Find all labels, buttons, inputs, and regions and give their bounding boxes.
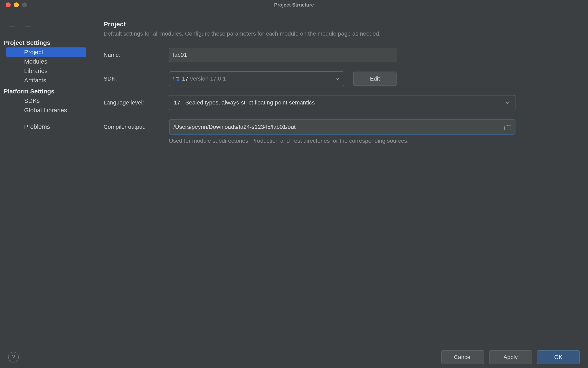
- sidebar-item-project[interactable]: Project: [6, 47, 86, 57]
- compiler-output-help: Used for module subdirectories, Producti…: [169, 138, 576, 144]
- cancel-button[interactable]: Cancel: [441, 350, 484, 364]
- page-title: Project: [104, 20, 576, 28]
- button-label: Cancel: [454, 354, 472, 360]
- sidebar-item-modules[interactable]: Modules: [0, 57, 89, 66]
- sdk-edit-button[interactable]: Edit: [353, 72, 397, 86]
- compiler-output-field[interactable]: [169, 119, 516, 135]
- sdk-select[interactable]: 17 version 17.0.1: [169, 71, 344, 86]
- compiler-output-label: Compiler output:: [104, 124, 169, 130]
- sidebar-item-label: Global Libraries: [24, 107, 67, 113]
- window-close-button[interactable]: [6, 2, 11, 7]
- help-icon: ?: [12, 353, 15, 361]
- button-label: Apply: [503, 354, 518, 360]
- sidebar-item-label: Libraries: [24, 67, 48, 74]
- sidebar-item-label: Problems: [24, 123, 50, 130]
- sidebar-item-global-libraries[interactable]: Global Libraries: [0, 105, 89, 115]
- window-zoom-button[interactable]: [22, 2, 27, 7]
- nav-back-icon[interactable]: ←: [8, 22, 16, 30]
- language-level-value: 17 - Sealed types, always-strict floatin…: [174, 99, 505, 106]
- name-label: Name:: [104, 52, 169, 58]
- sdk-label: SDK:: [104, 75, 169, 82]
- button-label: Edit: [370, 75, 380, 82]
- page-subtitle: Default settings for all modules. Config…: [104, 30, 576, 37]
- chevron-down-icon: [334, 76, 340, 82]
- sdk-name: 17: [182, 75, 188, 82]
- window-title: Project Structure: [274, 2, 314, 8]
- sidebar-item-problems[interactable]: Problems: [0, 122, 89, 131]
- sidebar-separator: [4, 119, 85, 119]
- browse-folder-icon[interactable]: [504, 124, 511, 130]
- apply-button[interactable]: Apply: [489, 350, 532, 364]
- sidebar: ← → Project Settings Project Modules Lib…: [0, 10, 91, 346]
- dialog-footer: ? Cancel Apply OK: [0, 346, 588, 368]
- sidebar-item-label: Modules: [24, 58, 47, 65]
- folder-icon: [173, 76, 179, 81]
- button-label: OK: [554, 354, 562, 360]
- name-input[interactable]: [169, 48, 397, 62]
- compiler-output-input[interactable]: [173, 124, 504, 130]
- sidebar-item-artifacts[interactable]: Artifacts: [0, 76, 89, 85]
- chevron-down-icon: [505, 100, 511, 105]
- language-level-select[interactable]: 17 - Sealed types, always-strict floatin…: [169, 95, 516, 110]
- help-button[interactable]: ?: [8, 352, 19, 362]
- sidebar-item-label: Artifacts: [24, 77, 46, 84]
- sidebar-item-label: Project: [24, 49, 43, 55]
- sidebar-section-project-settings: Project Settings: [0, 38, 89, 47]
- sidebar-item-sdks[interactable]: SDKs: [0, 96, 89, 105]
- window-minimize-button[interactable]: [14, 2, 19, 7]
- sdk-version: version 17.0.1: [190, 75, 226, 82]
- sidebar-item-label: SDKs: [24, 97, 40, 104]
- nav-forward-icon[interactable]: →: [24, 22, 32, 30]
- ok-button[interactable]: OK: [537, 350, 580, 364]
- content-area: Project Default settings for all modules…: [91, 10, 588, 346]
- language-level-label: Language level:: [104, 99, 169, 106]
- sidebar-section-platform-settings: Platform Settings: [0, 86, 89, 96]
- titlebar: Project Structure: [0, 0, 588, 10]
- sidebar-item-libraries[interactable]: Libraries: [0, 66, 89, 76]
